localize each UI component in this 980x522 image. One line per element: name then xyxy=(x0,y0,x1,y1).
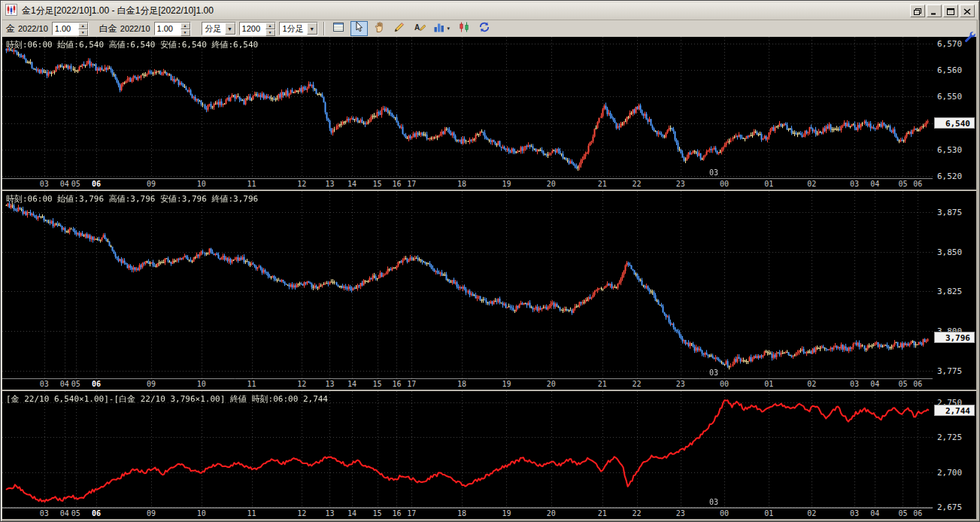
x-tick-label: 15 xyxy=(372,380,381,388)
platinum-date-marker: 03 xyxy=(709,369,718,377)
period-dropdown[interactable]: 1分足 ▼ xyxy=(279,22,318,35)
gold-multiplier-spinner[interactable]: 1.00 ▲▼ xyxy=(52,22,89,35)
x-tick-label: 18 xyxy=(457,509,466,517)
x-tick-label: 15 xyxy=(372,180,381,188)
x-tick-label: 16 xyxy=(392,180,401,188)
gold-info-line: 時刻:06:00 始値:6,540 高値:6,540 安値:6,540 終値:6… xyxy=(6,39,258,50)
platinum-chart-panel: 3,8753,8503,8253,8003,775 03040506091011… xyxy=(2,191,976,391)
x-tick-label: 03 xyxy=(40,180,49,188)
y-tick-label: 6,550 xyxy=(937,92,962,102)
x-tick-label: 03 xyxy=(40,380,49,388)
gold-last-price-badge: 6,540 xyxy=(934,117,975,129)
spread-plot-canvas[interactable] xyxy=(2,391,933,508)
spread-x-axis: 0304050609101112131415161718192021222300… xyxy=(2,508,933,519)
x-tick-label: 02 xyxy=(807,509,816,517)
gold-multiplier-value[interactable]: 1.00 xyxy=(53,23,78,35)
svg-text:A: A xyxy=(414,23,420,32)
x-tick-label: 17 xyxy=(407,380,416,388)
chart-frame-button[interactable] xyxy=(330,21,347,36)
x-tick-label: 03 xyxy=(850,509,859,517)
chevron-down-icon[interactable]: ▼ xyxy=(225,23,235,35)
draw-tool-button[interactable] xyxy=(391,21,408,36)
x-tick-label: 06 xyxy=(913,380,922,388)
bar-count-spinner[interactable]: 1200 ▲▼ xyxy=(239,22,276,35)
platinum-x-axis: 0304050609101112131415161718192021222300… xyxy=(2,379,933,390)
period-value: 1分足 xyxy=(280,23,307,35)
x-tick-label: 04 xyxy=(60,509,69,517)
x-tick-label: 06 xyxy=(92,180,101,188)
pan-tool-button[interactable] xyxy=(371,21,388,36)
float-window-icon xyxy=(914,5,921,18)
close-button[interactable] xyxy=(960,5,975,17)
x-tick-label: 11 xyxy=(247,380,256,388)
minimize-icon xyxy=(930,5,938,18)
chart-app-icon xyxy=(5,4,17,19)
x-tick-label: 18 xyxy=(457,380,466,388)
window-title: 金1分足[2022/10]1.00 - 白金1分足[2022/10]1.00 xyxy=(22,5,910,17)
minimize-button[interactable] xyxy=(927,5,942,17)
x-tick-label: 17 xyxy=(407,509,416,517)
gold-plot-canvas[interactable] xyxy=(2,37,933,179)
y-tick-label: 2,700 xyxy=(937,468,962,478)
wrench-icon[interactable] xyxy=(964,31,976,43)
toolbar: 金 2022/10 1.00 ▲▼ 白金 2022/10 1.00 ▲▼ 分足 … xyxy=(2,20,978,37)
close-icon xyxy=(963,5,971,18)
spread-last-price-badge: 2,744 xyxy=(934,405,975,416)
platinum-multiplier-value[interactable]: 1.00 xyxy=(155,23,181,35)
spin-down-icon[interactable]: ▼ xyxy=(265,29,275,36)
y-tick-label: 2,675 xyxy=(937,502,962,512)
float-window-button[interactable] xyxy=(910,5,925,17)
x-tick-label: 09 xyxy=(147,509,156,517)
gold-y-axis: 6,5706,5606,5506,5406,5306,520 xyxy=(933,37,976,190)
spin-up-icon[interactable]: ▲ xyxy=(181,23,190,29)
x-tick-label: 04 xyxy=(60,180,69,188)
x-tick-label: 12 xyxy=(297,180,306,188)
pencil-icon xyxy=(393,21,405,36)
cursor-icon xyxy=(353,21,365,36)
bar-count-value[interactable]: 1200 xyxy=(240,23,265,35)
x-tick-label: 23 xyxy=(676,380,685,388)
chevron-down-icon[interactable]: ▼ xyxy=(307,23,317,35)
x-tick-label: 03 xyxy=(850,180,859,188)
gold-chart-panel: 6,5706,5606,5506,5406,5306,520 030405060… xyxy=(2,37,976,191)
maximize-button[interactable] xyxy=(943,5,958,17)
x-tick-label: 11 xyxy=(247,509,256,517)
platinum-multiplier-spinner[interactable]: 1.00 ▲▼ xyxy=(154,22,191,35)
x-tick-label: 00 xyxy=(720,180,729,188)
x-tick-label: 09 xyxy=(147,180,156,188)
x-tick-label: 05 xyxy=(898,180,907,188)
chart-frame-icon xyxy=(332,21,344,36)
x-tick-label: 20 xyxy=(547,380,556,388)
chart-style-button[interactable]: ▼ xyxy=(432,21,453,36)
x-tick-label: 14 xyxy=(347,509,357,517)
titlebar[interactable]: 金1分足[2022/10]1.00 - 白金1分足[2022/10]1.00 xyxy=(2,2,978,20)
y-tick-label: 3,875 xyxy=(937,208,962,217)
spin-up-icon[interactable]: ▲ xyxy=(265,23,275,29)
gold-instrument-label: 金 xyxy=(6,23,15,35)
charts-area: 6,5706,5606,5506,5406,5306,520 030405060… xyxy=(2,37,976,520)
spin-down-icon[interactable]: ▼ xyxy=(181,29,190,36)
x-tick-label: 21 xyxy=(598,509,607,517)
x-tick-label: 10 xyxy=(197,380,206,388)
spin-up-icon[interactable]: ▲ xyxy=(78,23,88,29)
x-tick-label: 22 xyxy=(633,509,642,517)
right-scrollbar[interactable] xyxy=(976,20,979,520)
x-tick-label: 18 xyxy=(457,180,466,188)
x-tick-label: 21 xyxy=(598,380,607,388)
refresh-button[interactable] xyxy=(476,21,493,36)
x-tick-label: 17 xyxy=(407,180,416,188)
x-tick-label: 16 xyxy=(392,509,401,517)
platinum-y-axis: 3,8753,8503,8253,8003,775 xyxy=(933,191,976,390)
x-tick-label: 23 xyxy=(676,180,685,188)
cursor-tool-button[interactable] xyxy=(350,21,368,36)
text-annotation-button[interactable]: A xyxy=(411,21,429,36)
platinum-plot-canvas[interactable] xyxy=(2,191,933,379)
x-tick-label: 21 xyxy=(598,180,607,188)
x-tick-label: 06 xyxy=(913,509,922,517)
bar-type-dropdown[interactable]: 分足 ▼ xyxy=(202,22,236,35)
spin-down-icon[interactable]: ▼ xyxy=(78,29,88,36)
candle-style-button[interactable] xyxy=(456,21,473,36)
x-tick-label: 23 xyxy=(676,509,685,517)
x-tick-label: 13 xyxy=(325,180,334,188)
y-tick-label: 3,850 xyxy=(937,247,962,257)
